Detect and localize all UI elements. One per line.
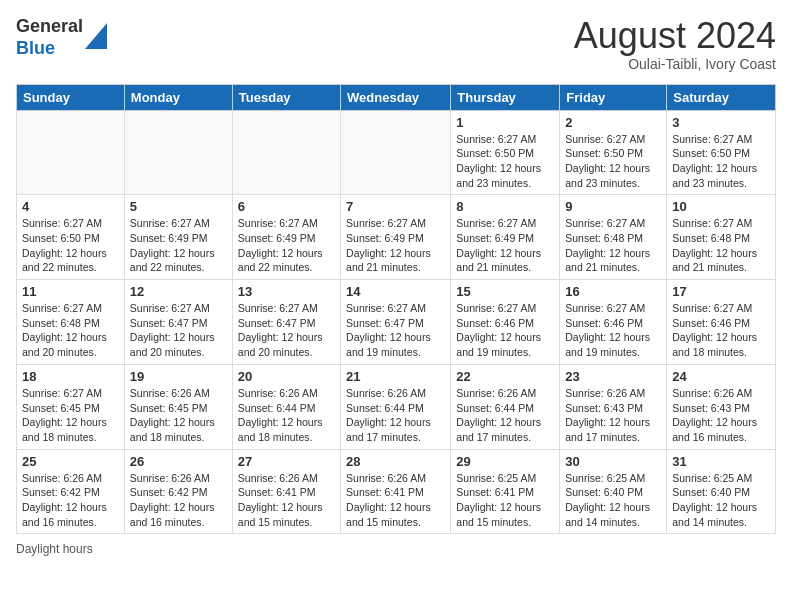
- day-number: 22: [456, 369, 554, 384]
- logo-icon: [85, 23, 107, 49]
- day-number: 12: [130, 284, 227, 299]
- calendar-day-cell: [232, 110, 340, 195]
- calendar-day-cell: 3Sunrise: 6:27 AMSunset: 6:50 PMDaylight…: [667, 110, 776, 195]
- day-number: 23: [565, 369, 661, 384]
- day-info: Sunrise: 6:25 AMSunset: 6:40 PMDaylight:…: [565, 471, 661, 530]
- calendar-week-row: 25Sunrise: 6:26 AMSunset: 6:42 PMDayligh…: [17, 449, 776, 534]
- day-info: Sunrise: 6:26 AMSunset: 6:42 PMDaylight:…: [22, 471, 119, 530]
- day-number: 24: [672, 369, 770, 384]
- day-info: Sunrise: 6:27 AMSunset: 6:49 PMDaylight:…: [346, 216, 445, 275]
- day-info: Sunrise: 6:27 AMSunset: 6:45 PMDaylight:…: [22, 386, 119, 445]
- day-number: 18: [22, 369, 119, 384]
- day-number: 3: [672, 115, 770, 130]
- calendar-day-cell: 22Sunrise: 6:26 AMSunset: 6:44 PMDayligh…: [451, 364, 560, 449]
- day-number: 19: [130, 369, 227, 384]
- calendar-day-cell: 4Sunrise: 6:27 AMSunset: 6:50 PMDaylight…: [17, 195, 125, 280]
- calendar-day-cell: 29Sunrise: 6:25 AMSunset: 6:41 PMDayligh…: [451, 449, 560, 534]
- calendar-day-cell: 6Sunrise: 6:27 AMSunset: 6:49 PMDaylight…: [232, 195, 340, 280]
- day-info: Sunrise: 6:27 AMSunset: 6:47 PMDaylight:…: [346, 301, 445, 360]
- day-number: 20: [238, 369, 335, 384]
- day-number: 28: [346, 454, 445, 469]
- logo: General Blue: [16, 16, 107, 59]
- day-info: Sunrise: 6:26 AMSunset: 6:41 PMDaylight:…: [238, 471, 335, 530]
- calendar-day-cell: [17, 110, 125, 195]
- day-number: 2: [565, 115, 661, 130]
- calendar-day-cell: 23Sunrise: 6:26 AMSunset: 6:43 PMDayligh…: [560, 364, 667, 449]
- day-info: Sunrise: 6:26 AMSunset: 6:43 PMDaylight:…: [565, 386, 661, 445]
- day-number: 9: [565, 199, 661, 214]
- day-number: 17: [672, 284, 770, 299]
- calendar-weekday-header: Tuesday: [232, 84, 340, 110]
- daylight-label: Daylight hours: [16, 542, 93, 556]
- calendar-day-cell: 8Sunrise: 6:27 AMSunset: 6:49 PMDaylight…: [451, 195, 560, 280]
- day-info: Sunrise: 6:26 AMSunset: 6:41 PMDaylight:…: [346, 471, 445, 530]
- day-info: Sunrise: 6:26 AMSunset: 6:43 PMDaylight:…: [672, 386, 770, 445]
- calendar-weekday-header: Wednesday: [341, 84, 451, 110]
- month-title: August 2024: [574, 16, 776, 56]
- calendar-day-cell: 24Sunrise: 6:26 AMSunset: 6:43 PMDayligh…: [667, 364, 776, 449]
- calendar-weekday-header: Saturday: [667, 84, 776, 110]
- calendar-day-cell: [341, 110, 451, 195]
- calendar-day-cell: 19Sunrise: 6:26 AMSunset: 6:45 PMDayligh…: [124, 364, 232, 449]
- calendar-day-cell: 27Sunrise: 6:26 AMSunset: 6:41 PMDayligh…: [232, 449, 340, 534]
- calendar-day-cell: 30Sunrise: 6:25 AMSunset: 6:40 PMDayligh…: [560, 449, 667, 534]
- calendar-day-cell: 5Sunrise: 6:27 AMSunset: 6:49 PMDaylight…: [124, 195, 232, 280]
- calendar-week-row: 11Sunrise: 6:27 AMSunset: 6:48 PMDayligh…: [17, 280, 776, 365]
- day-number: 25: [22, 454, 119, 469]
- title-block: August 2024 Oulai-Taibli, Ivory Coast: [574, 16, 776, 72]
- day-number: 7: [346, 199, 445, 214]
- day-info: Sunrise: 6:25 AMSunset: 6:41 PMDaylight:…: [456, 471, 554, 530]
- day-info: Sunrise: 6:26 AMSunset: 6:44 PMDaylight:…: [346, 386, 445, 445]
- day-number: 26: [130, 454, 227, 469]
- day-number: 15: [456, 284, 554, 299]
- calendar-day-cell: 20Sunrise: 6:26 AMSunset: 6:44 PMDayligh…: [232, 364, 340, 449]
- calendar-day-cell: 26Sunrise: 6:26 AMSunset: 6:42 PMDayligh…: [124, 449, 232, 534]
- calendar-day-cell: 25Sunrise: 6:26 AMSunset: 6:42 PMDayligh…: [17, 449, 125, 534]
- day-info: Sunrise: 6:27 AMSunset: 6:47 PMDaylight:…: [238, 301, 335, 360]
- calendar-week-row: 4Sunrise: 6:27 AMSunset: 6:50 PMDaylight…: [17, 195, 776, 280]
- logo-blue: Blue: [16, 38, 83, 60]
- day-info: Sunrise: 6:27 AMSunset: 6:50 PMDaylight:…: [456, 132, 554, 191]
- calendar-day-cell: 28Sunrise: 6:26 AMSunset: 6:41 PMDayligh…: [341, 449, 451, 534]
- day-info: Sunrise: 6:27 AMSunset: 6:46 PMDaylight:…: [456, 301, 554, 360]
- calendar-day-cell: 12Sunrise: 6:27 AMSunset: 6:47 PMDayligh…: [124, 280, 232, 365]
- page-header: General Blue August 2024 Oulai-Taibli, I…: [16, 16, 776, 72]
- calendar-day-cell: 10Sunrise: 6:27 AMSunset: 6:48 PMDayligh…: [667, 195, 776, 280]
- calendar-day-cell: 1Sunrise: 6:27 AMSunset: 6:50 PMDaylight…: [451, 110, 560, 195]
- day-info: Sunrise: 6:27 AMSunset: 6:46 PMDaylight:…: [565, 301, 661, 360]
- day-number: 13: [238, 284, 335, 299]
- calendar-day-cell: 11Sunrise: 6:27 AMSunset: 6:48 PMDayligh…: [17, 280, 125, 365]
- calendar-day-cell: 7Sunrise: 6:27 AMSunset: 6:49 PMDaylight…: [341, 195, 451, 280]
- calendar-table: SundayMondayTuesdayWednesdayThursdayFrid…: [16, 84, 776, 535]
- day-info: Sunrise: 6:27 AMSunset: 6:50 PMDaylight:…: [565, 132, 661, 191]
- day-number: 29: [456, 454, 554, 469]
- calendar-day-cell: 21Sunrise: 6:26 AMSunset: 6:44 PMDayligh…: [341, 364, 451, 449]
- day-info: Sunrise: 6:26 AMSunset: 6:42 PMDaylight:…: [130, 471, 227, 530]
- day-number: 1: [456, 115, 554, 130]
- location-subtitle: Oulai-Taibli, Ivory Coast: [574, 56, 776, 72]
- day-info: Sunrise: 6:26 AMSunset: 6:44 PMDaylight:…: [456, 386, 554, 445]
- day-number: 31: [672, 454, 770, 469]
- day-info: Sunrise: 6:27 AMSunset: 6:47 PMDaylight:…: [130, 301, 227, 360]
- day-info: Sunrise: 6:27 AMSunset: 6:50 PMDaylight:…: [22, 216, 119, 275]
- day-number: 11: [22, 284, 119, 299]
- calendar-day-cell: 2Sunrise: 6:27 AMSunset: 6:50 PMDaylight…: [560, 110, 667, 195]
- day-info: Sunrise: 6:25 AMSunset: 6:40 PMDaylight:…: [672, 471, 770, 530]
- calendar-day-cell: 9Sunrise: 6:27 AMSunset: 6:48 PMDaylight…: [560, 195, 667, 280]
- legend: Daylight hours: [16, 542, 776, 556]
- day-info: Sunrise: 6:27 AMSunset: 6:48 PMDaylight:…: [22, 301, 119, 360]
- calendar-week-row: 1Sunrise: 6:27 AMSunset: 6:50 PMDaylight…: [17, 110, 776, 195]
- day-number: 16: [565, 284, 661, 299]
- logo-general: General: [16, 16, 83, 38]
- day-number: 30: [565, 454, 661, 469]
- calendar-day-cell: 18Sunrise: 6:27 AMSunset: 6:45 PMDayligh…: [17, 364, 125, 449]
- day-number: 6: [238, 199, 335, 214]
- calendar-day-cell: 16Sunrise: 6:27 AMSunset: 6:46 PMDayligh…: [560, 280, 667, 365]
- calendar-day-cell: [124, 110, 232, 195]
- day-info: Sunrise: 6:27 AMSunset: 6:50 PMDaylight:…: [672, 132, 770, 191]
- calendar-day-cell: 13Sunrise: 6:27 AMSunset: 6:47 PMDayligh…: [232, 280, 340, 365]
- day-number: 4: [22, 199, 119, 214]
- calendar-week-row: 18Sunrise: 6:27 AMSunset: 6:45 PMDayligh…: [17, 364, 776, 449]
- day-info: Sunrise: 6:27 AMSunset: 6:49 PMDaylight:…: [238, 216, 335, 275]
- day-info: Sunrise: 6:27 AMSunset: 6:48 PMDaylight:…: [565, 216, 661, 275]
